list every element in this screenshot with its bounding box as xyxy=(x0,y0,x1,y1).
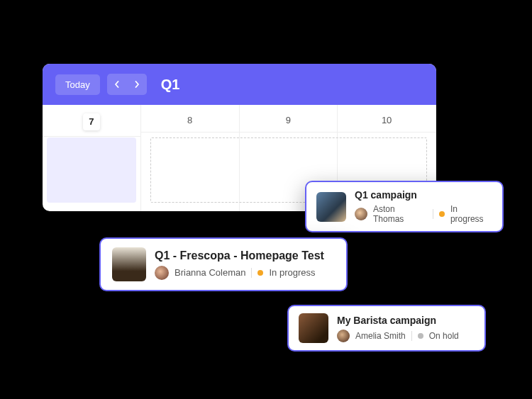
divider xyxy=(411,331,412,341)
prev-button[interactable] xyxy=(107,74,127,95)
calendar-title: Q1 xyxy=(161,77,180,93)
status-dot-icon xyxy=(257,270,263,276)
day-number: 8 xyxy=(187,115,192,125)
day-header: 9 xyxy=(240,105,338,133)
task-meta: Aston Thomas In progress xyxy=(355,204,492,224)
day-header: 7 xyxy=(43,105,140,137)
divider xyxy=(251,268,252,278)
task-card[interactable]: Q1 - Frescopa - Homepage Test Brianna Co… xyxy=(99,237,348,291)
task-card[interactable]: Q1 campaign Aston Thomas In progress xyxy=(305,181,504,232)
task-thumbnail xyxy=(316,192,346,222)
nav-button-group xyxy=(107,74,147,95)
owner-name: Brianna Coleman xyxy=(174,267,245,278)
task-title: My Barista campaign xyxy=(337,315,475,326)
owner-name: Amelia Smith xyxy=(355,331,406,341)
day-number: 9 xyxy=(286,115,291,125)
task-meta: Brianna Coleman In progress xyxy=(155,266,335,280)
status-dot-icon xyxy=(439,211,445,217)
chevron-left-icon xyxy=(113,81,121,88)
owner-avatar xyxy=(337,330,350,342)
status-dot-icon xyxy=(418,333,423,339)
selected-day-slot xyxy=(47,137,136,203)
chevron-right-icon xyxy=(133,81,140,88)
status-label: On hold xyxy=(429,331,459,341)
task-card-body: Q1 campaign Aston Thomas In progress xyxy=(355,189,492,224)
task-card[interactable]: My Barista campaign Amelia Smith On hold xyxy=(287,305,486,352)
day-header: 10 xyxy=(338,105,436,133)
divider xyxy=(433,209,433,219)
owner-avatar xyxy=(155,266,169,280)
task-title: Q1 - Frescopa - Homepage Test xyxy=(155,249,335,262)
status-label: In progress xyxy=(269,267,315,278)
calendar-header: Today Q1 xyxy=(43,64,436,105)
owner-avatar xyxy=(355,208,367,220)
task-title: Q1 campaign xyxy=(355,189,492,201)
status-label: In progress xyxy=(450,204,492,224)
task-card-body: Q1 - Frescopa - Homepage Test Brianna Co… xyxy=(155,249,335,280)
day-column[interactable]: 7 xyxy=(43,105,141,211)
task-card-body: My Barista campaign Amelia Smith On hold xyxy=(337,315,475,342)
next-button[interactable] xyxy=(127,74,147,95)
task-meta: Amelia Smith On hold xyxy=(337,330,475,342)
task-thumbnail xyxy=(112,247,146,281)
today-button[interactable]: Today xyxy=(55,74,100,95)
day-header: 8 xyxy=(141,105,239,133)
owner-name: Aston Thomas xyxy=(373,204,427,224)
task-thumbnail xyxy=(299,313,328,343)
day-number: 7 xyxy=(83,113,100,130)
day-number: 10 xyxy=(382,115,392,125)
